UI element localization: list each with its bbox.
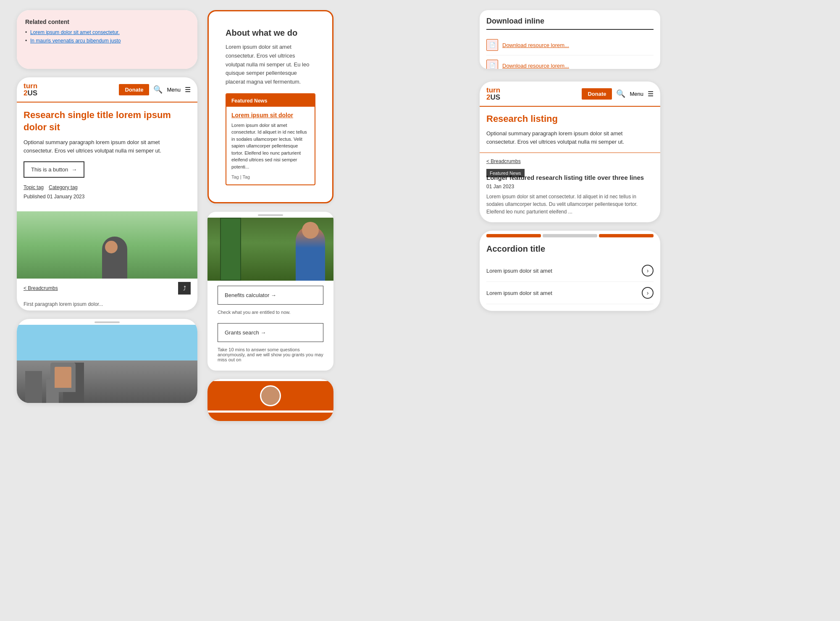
acc-tab-2 xyxy=(543,234,597,237)
accordion-expand-btn-2[interactable]: › xyxy=(642,287,654,299)
calculator-link-wrapper: Benefits calculator → Check what you are… xyxy=(213,286,328,318)
acc-tab-3 xyxy=(599,234,654,237)
download-inline-card: Download inline 📄 Download resource lore… xyxy=(480,10,660,69)
status-pill-2 xyxy=(258,214,283,216)
featured-news-label: Featured News xyxy=(231,98,267,104)
listing-search-icon[interactable]: 🔍 xyxy=(616,89,625,98)
column-center-right xyxy=(344,10,470,611)
featured-news-text: Lorem ipsum dolor sit amet consectetur. … xyxy=(231,122,310,171)
cta-button[interactable]: This is a button → xyxy=(24,161,84,178)
research-single-card: turn 2US Donate 🔍 Menu ☰ Research single… xyxy=(17,77,197,310)
listing-breadcrumb[interactable]: < Breadcrumbs xyxy=(486,158,521,164)
acc-tab-1 xyxy=(486,234,541,237)
related-content-title: Related content xyxy=(25,18,189,25)
download-title: Download inline xyxy=(486,17,654,30)
download-item-1[interactable]: 📄 Download resource lorem... xyxy=(486,35,654,55)
donate-button[interactable]: Donate xyxy=(119,84,149,95)
benefits-image xyxy=(207,218,333,281)
column-right: Download inline 📄 Download resource lore… xyxy=(480,10,660,611)
download-item-2[interactable]: 📄 Download resource lorem... xyxy=(486,55,654,69)
listing-breadcrumb-section: < Breadcrumbs xyxy=(480,153,660,169)
bottom-center-card xyxy=(207,379,333,421)
status-bar-2 xyxy=(207,212,333,218)
grants-link[interactable]: Grants search → xyxy=(218,323,323,342)
accordion-item-1[interactable]: Lorem ipsum dolor sit amet › xyxy=(486,260,654,282)
grants-label: Grants search → xyxy=(225,329,266,336)
about-body: Lorem ipsum dolor sit amet consectetur. … xyxy=(226,43,315,87)
category-tag[interactable]: Category tag xyxy=(49,184,78,190)
research-listing-title: Research listing xyxy=(480,107,660,124)
logo-turn: turn xyxy=(24,82,37,89)
accordion-tabs xyxy=(480,231,660,237)
listing-logo-2us: 2US xyxy=(486,94,500,101)
share-icon: ⤴ xyxy=(183,285,186,292)
list-item[interactable]: Lorem ipsum dolor sit amet consectetur. xyxy=(25,29,189,35)
accordion-content: Accordion title Lorem ipsum dolor sit am… xyxy=(480,237,660,311)
listing-logo-turn: turn xyxy=(486,87,500,94)
status-bar xyxy=(17,319,197,325)
arrow-icon: → xyxy=(71,166,77,173)
column-left: Related content Lorem ipsum dolor sit am… xyxy=(17,10,197,611)
logo-2us: 2US xyxy=(24,89,37,97)
featured-news-title[interactable]: Lorem ipsum sit dolor xyxy=(231,112,310,118)
download-file-icon-1: 📄 xyxy=(486,39,498,51)
listing-nav-actions: Donate 🔍 Menu ☰ xyxy=(582,88,654,100)
featured-news-tags: Tag | Tag xyxy=(231,174,310,179)
topic-tag[interactable]: Topic tag xyxy=(24,184,44,190)
accordion-card: Accordion title Lorem ipsum dolor sit am… xyxy=(480,231,660,311)
about-title: About what we do xyxy=(226,28,315,38)
bottom-left-phone xyxy=(17,319,197,403)
article-image xyxy=(17,211,197,279)
calculator-link[interactable]: Benefits calculator → xyxy=(218,286,323,305)
about-card: About what we do Lorem ipsum dolor sit a… xyxy=(207,10,333,203)
related-content-card: Related content Lorem ipsum dolor sit am… xyxy=(17,10,197,69)
menu-icon[interactable]: ☰ xyxy=(185,86,191,94)
listing-menu-icon[interactable]: ☰ xyxy=(648,90,654,98)
accordion-item-2[interactable]: Lorem ipsum dolor sit amet › xyxy=(486,282,654,304)
download-text-2: Download resource lorem... xyxy=(502,63,569,69)
featured-news-box: Featured News Lorem ipsum sit dolor Lore… xyxy=(226,93,315,186)
summary-paragraph: Optional summary paragraph lorem ipsum d… xyxy=(24,138,191,155)
status-pill xyxy=(94,321,120,323)
breadcrumbs-row: < Breadcrumbs ⤴ xyxy=(17,279,197,298)
accordion-title: Accordion title xyxy=(486,244,654,254)
breadcrumb-link[interactable]: < Breadcrumbs xyxy=(24,285,58,291)
featured-news-img-label: Featured News xyxy=(486,169,525,177)
about-content: About what we do Lorem ipsum dolor sit a… xyxy=(217,20,324,194)
benefits-card: Benefits calculator → Check what you are… xyxy=(207,212,333,371)
orange-card-inner xyxy=(207,379,333,413)
listing-body: Lorem ipsum dolor sit amet consectetur. … xyxy=(480,193,660,222)
listing-logo: turn 2US xyxy=(486,87,500,101)
related-content-list: Lorem ipsum dolor sit amet consectetur. … xyxy=(25,29,189,44)
research-listing-nav: turn 2US Donate 🔍 Menu ☰ xyxy=(480,82,660,107)
published-date: Published 01 January 2023 xyxy=(24,194,191,200)
tags-row: Topic tag Category tag xyxy=(24,184,191,190)
logo: turn 2US xyxy=(24,82,37,97)
calculator-label: Benefits calculator → xyxy=(225,292,276,298)
download-text-1: Download resource lorem... xyxy=(502,42,569,48)
download-file-icon-2: 📄 xyxy=(486,60,498,69)
research-title: Research single title lorem ipsum dolor … xyxy=(24,109,191,133)
accordion-item-text-2: Lorem ipsum dolor sit amet xyxy=(486,290,552,296)
listing-menu-label[interactable]: Menu xyxy=(630,91,643,97)
first-paragraph: First paragraph lorem ipsum dolor... xyxy=(17,298,197,310)
research-listing-card: turn 2US Donate 🔍 Menu ☰ Research listin… xyxy=(480,82,660,222)
list-item[interactable]: In mauris venenatis arcu bibendum justo xyxy=(25,38,189,44)
nav-actions: Donate 🔍 Menu ☰ xyxy=(119,84,191,95)
column-center-left: About what we do Lorem ipsum dolor sit a… xyxy=(207,10,333,611)
featured-news-header: Featured News xyxy=(226,94,315,107)
listing-summary: Optional summary paragraph lorem ipsum d… xyxy=(480,129,660,153)
share-button[interactable]: ⤴ xyxy=(178,282,191,295)
grants-link-wrapper: Grants search → Take 10 mins to answer s… xyxy=(213,323,328,366)
listing-donate-button[interactable]: Donate xyxy=(582,88,612,100)
calculator-sub: Check what you are entitled to now. xyxy=(213,310,328,318)
featured-news-body: Lorem ipsum sit dolor Lorem ipsum dolor … xyxy=(226,107,315,185)
listing-date: 01 Jan 2023 xyxy=(480,184,660,189)
accordion-expand-btn-1[interactable]: › xyxy=(642,265,654,276)
menu-label[interactable]: Menu xyxy=(167,87,181,93)
search-icon[interactable]: 🔍 xyxy=(153,85,163,94)
city-image xyxy=(17,325,197,403)
research-single-content: Research single title lorem ipsum dolor … xyxy=(17,103,197,211)
grants-sub: Take 10 mins to answer some questions an… xyxy=(213,347,328,366)
accordion-item-text-1: Lorem ipsum dolor sit amet xyxy=(486,268,552,274)
